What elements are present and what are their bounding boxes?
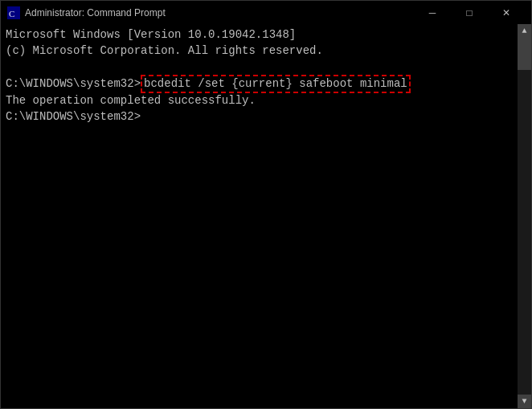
close-button[interactable]: ✕: [488, 1, 525, 25]
window-controls: ─ □ ✕: [414, 1, 525, 25]
scrollbar-thumb[interactable]: [518, 38, 531, 70]
line-result: The operation completed successfully.: [6, 93, 526, 109]
line-version: Microsoft Windows [Version 10.0.19042.13…: [6, 27, 526, 43]
scrollbar[interactable]: ▲ ▼: [518, 24, 531, 408]
line-copyright: (c) Microsoft Corporation. All rights re…: [6, 43, 526, 59]
scrollbar-track[interactable]: [518, 38, 531, 395]
command-text: bcdedit /set {current} safeboot minimal: [141, 75, 411, 94]
scroll-up-button[interactable]: ▲: [518, 24, 531, 38]
prompt-2: C:\WINDOWS\system32>: [6, 109, 141, 125]
maximize-button[interactable]: □: [451, 1, 488, 25]
terminal-body: Microsoft Windows [Version 10.0.19042.13…: [0, 24, 532, 409]
blank-line-1: [6, 59, 526, 75]
command-line: C:\WINDOWS\system32>bcdedit /set {curren…: [6, 75, 526, 94]
prompt-1: C:\WINDOWS\system32>: [6, 76, 141, 92]
cmd-icon: C: [7, 6, 20, 19]
prompt-line-2: C:\WINDOWS\system32>: [6, 109, 526, 125]
minimize-button[interactable]: ─: [414, 1, 451, 25]
title-bar: C Administrator: Command Prompt ─ □ ✕: [0, 0, 532, 24]
scroll-down-button[interactable]: ▼: [518, 395, 531, 408]
svg-text:C: C: [9, 9, 14, 18]
window-title: Administrator: Command Prompt: [25, 7, 166, 18]
title-bar-left: C Administrator: Command Prompt: [7, 6, 166, 19]
